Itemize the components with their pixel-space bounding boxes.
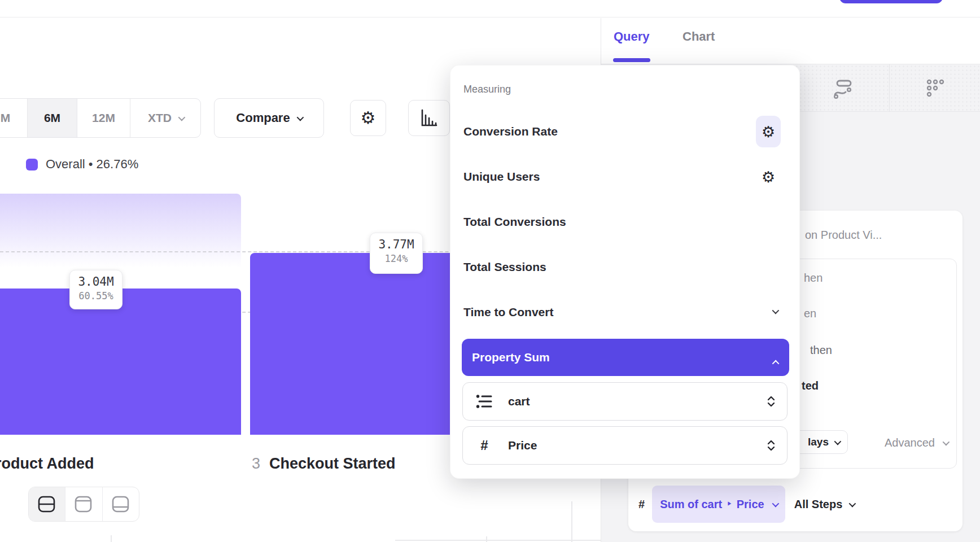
table-fragment-divider <box>571 501 572 542</box>
measurement-row: # Sum of cart ‣ Price All Steps <box>638 486 854 523</box>
table-fragment-rule <box>395 540 601 541</box>
chart-settings-button[interactable]: ⚙ <box>350 100 386 136</box>
advanced-button[interactable]: Advanced <box>885 436 948 449</box>
icon-strip-divider <box>889 64 890 112</box>
property-event-select[interactable]: cart <box>462 382 788 421</box>
legend: Overall • 26.76% <box>26 157 138 172</box>
step-fragment: ted <box>802 379 819 392</box>
layout-bottom-button[interactable] <box>103 487 139 521</box>
number-icon: # <box>474 438 495 453</box>
chip-text: Sum of cart <box>660 498 722 511</box>
gear-icon: ⚙ <box>762 169 775 185</box>
chevron-down-icon <box>178 113 186 121</box>
triangle-right-icon: ‣ <box>727 499 732 509</box>
measuring-option-time-to-convert[interactable]: Time to Convert <box>463 296 788 328</box>
funnel-flow-button[interactable] <box>826 71 860 105</box>
step-fragment: hen <box>804 272 823 285</box>
range-option-6m[interactable]: 6M <box>28 99 77 137</box>
compare-button[interactable]: Compare <box>214 98 324 138</box>
dotted-grid-icon <box>925 77 946 99</box>
all-steps-label: All Steps <box>794 498 843 511</box>
time-range-segmented-control: M 6M 12M XTD <box>0 98 201 138</box>
chevron-up-icon <box>772 360 780 368</box>
funnel-percent: 124% <box>370 253 422 264</box>
split-horizontal-icon <box>37 495 56 513</box>
panel-layout-toggle <box>28 487 139 522</box>
range-option-xtd-label: XTD <box>148 111 172 125</box>
funnel-bar-product-added[interactable] <box>0 289 241 435</box>
legend-color-swatch <box>26 159 38 171</box>
step-name: Checkout Started <box>269 455 396 472</box>
table-fragment-divider <box>486 536 487 542</box>
chevron-down-icon <box>834 438 842 445</box>
up-down-icon <box>767 439 776 452</box>
top-bar-icon <box>74 495 93 513</box>
number-icon: # <box>638 498 645 511</box>
step-label-checkout-started: 3Checkout Started <box>252 455 396 473</box>
property-name-select[interactable]: # Price <box>462 426 788 465</box>
up-down-icon <box>767 395 776 408</box>
chart-type-button[interactable] <box>408 100 450 136</box>
unique-users-settings-button[interactable]: ⚙ <box>756 161 781 193</box>
funnel-percent: 60.55% <box>70 290 122 301</box>
conversion-window-label-fragment: lays <box>808 436 829 448</box>
legend-label: Overall • 26.76% <box>46 157 138 172</box>
table-fragment-divider <box>111 535 112 542</box>
tab-chart[interactable]: Chart <box>683 29 715 44</box>
step-label-product-added: 2Product Added <box>0 455 94 473</box>
funnel-flow-icon <box>832 77 854 99</box>
measuring-option-total-conversions[interactable]: Total Conversions <box>463 206 788 238</box>
property-name-value: Price <box>508 439 767 452</box>
range-option-12m[interactable]: 12M <box>77 99 130 137</box>
tab-query[interactable]: Query <box>614 29 650 44</box>
chevron-down-icon <box>296 113 304 121</box>
layout-split-button[interactable] <box>29 487 65 521</box>
compare-label: Compare <box>236 111 290 125</box>
step-fragment: en <box>804 307 816 320</box>
chevron-down-icon <box>849 500 856 507</box>
measurement-chip[interactable]: Sum of cart ‣ Price <box>652 486 785 523</box>
advanced-label: Advanced <box>885 436 935 449</box>
step-fragment: then <box>810 344 832 357</box>
measuring-popup: Measuring Conversion Rate Unique Users T… <box>450 65 800 479</box>
active-tab-underline <box>613 58 650 62</box>
layout-top-button[interactable] <box>65 487 102 521</box>
bar-chart-icon <box>419 108 439 128</box>
measuring-option-total-sessions[interactable]: Total Sessions <box>463 251 788 283</box>
gear-icon: ⚙ <box>762 124 775 139</box>
primary-action-button-partial[interactable] <box>839 0 943 3</box>
measuring-option-conversion-rate[interactable]: Conversion Rate <box>463 116 788 147</box>
popup-title: Measuring <box>463 84 511 95</box>
conversion-rate-settings-button[interactable]: ⚙ <box>756 116 781 147</box>
chip-property: Price <box>737 498 764 511</box>
measuring-option-unique-users[interactable]: Unique Users <box>463 161 788 193</box>
top-header-divider <box>0 0 980 18</box>
card-title-fragment: on Product Vi... <box>805 229 882 242</box>
range-option-xtd[interactable]: XTD <box>130 99 201 137</box>
property-sum-label: Property Sum <box>472 351 550 364</box>
funnel-value-tooltip: 3.04M 60.55% <box>69 270 123 309</box>
funnel-value-tooltip: 3.77M 124% <box>370 233 423 274</box>
step-number: 3 <box>252 455 260 472</box>
measuring-option-property-sum-selected[interactable]: Property Sum <box>462 339 789 376</box>
property-event-value: cart <box>508 395 767 408</box>
range-option-m[interactable]: M <box>0 99 28 137</box>
funnel-value: 3.04M <box>70 275 122 289</box>
list-icon <box>474 394 495 409</box>
bottom-bar-icon <box>111 495 130 513</box>
funnel-value: 3.77M <box>370 238 422 251</box>
chevron-down-icon <box>772 500 779 507</box>
all-steps-dropdown[interactable]: All Steps <box>794 498 855 511</box>
more-apps-button[interactable] <box>918 71 952 105</box>
chevron-down-icon <box>943 439 950 446</box>
step-name: Product Added <box>0 455 94 472</box>
gear-icon: ⚙ <box>361 110 376 126</box>
